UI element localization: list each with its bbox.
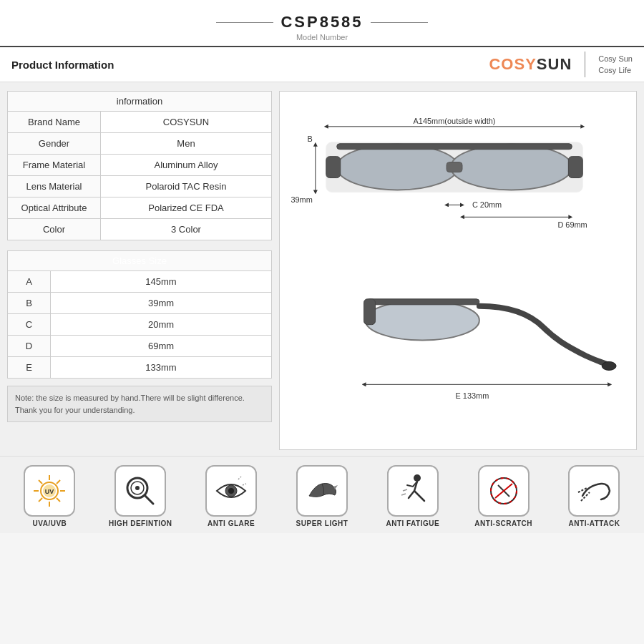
row-value: Men	[101, 133, 272, 155]
row-value: 39mm	[51, 293, 272, 314]
svg-rect-4	[326, 157, 341, 178]
svg-text:A145mm(outside width): A145mm(outside width)	[414, 117, 496, 125]
svg-rect-6	[337, 144, 572, 150]
row-value: 145mm	[51, 271, 272, 293]
row-value: Polarized CE FDA	[101, 197, 272, 219]
row-value: 133mm	[51, 357, 272, 379]
search-magnify-icon	[120, 471, 160, 511]
note-line2: Thank you for your understanding.	[15, 404, 264, 416]
row-label: Gender	[8, 133, 101, 155]
svg-point-2	[451, 145, 572, 190]
feature-anti-scratch: ANTI-SCRATCH	[464, 465, 543, 527]
cosysun-logo: COSYSUN	[489, 55, 572, 74]
svg-text:39mm: 39mm	[291, 195, 312, 204]
svg-point-1	[337, 145, 458, 190]
info-table: information Brand Name COSYSUN Gender Me…	[7, 91, 272, 240]
feature-label-antifatigue: ANTI FATIGUE	[386, 519, 439, 527]
table-row: Lens Material Polaroid TAC Resin	[8, 176, 272, 197]
svg-text:B: B	[308, 135, 313, 143]
size-table: Glasses Size A 145mm B 39mm C 20mm D 69m…	[7, 250, 272, 379]
svg-line-30	[57, 480, 60, 484]
feature-label-highdef: HIGH DEFINTION	[109, 519, 172, 527]
svg-text:UV: UV	[45, 488, 54, 495]
brand-divider	[585, 52, 585, 77]
left-column: information Brand Name COSYSUN Gender Me…	[7, 91, 272, 450]
size-table-header: Glasses Size	[8, 251, 272, 271]
table-row: Gender Men	[8, 133, 272, 155]
feature-uva-uvb: UV UVA/UVB	[10, 465, 89, 527]
attack-resist-icon	[574, 471, 614, 511]
feature-super-light: SUPER LIGHT	[283, 465, 361, 527]
table-row: Frame Material Aluminum Alloy	[8, 155, 272, 176]
row-value: COSYSUN	[101, 112, 272, 133]
table-row: A 145mm	[8, 271, 272, 293]
anti-attack-icon-box	[568, 465, 620, 517]
anti-fatigue-icon-box	[387, 465, 439, 517]
features-row: UV UVA/UVB HIGH DEFINTION	[0, 456, 644, 533]
bird-light-icon	[302, 471, 342, 511]
anti-scratch-icon-box	[478, 465, 530, 517]
feature-label-antiglare: ANTI GLARE	[208, 519, 255, 527]
svg-point-16	[366, 301, 479, 341]
feature-label-antiscratch: ANTI-SCRATCH	[474, 519, 532, 527]
row-value: Aluminum Alloy	[101, 155, 272, 176]
scratch-resist-icon	[484, 471, 524, 511]
super-light-icon-box	[296, 465, 348, 517]
svg-text:C 20mm: C 20mm	[472, 200, 502, 209]
svg-line-39	[238, 477, 241, 479]
table-row: Brand Name COSYSUN	[8, 112, 272, 133]
svg-text:E 133mm: E 133mm	[456, 391, 489, 400]
uva-uvb-icon-box: UV	[24, 465, 75, 517]
row-value: Polaroid TAC Resin	[101, 176, 272, 197]
brand-logo-area: COSYSUN Cosy Sun Cosy Life	[489, 52, 633, 77]
row-label: Lens Material	[8, 176, 101, 197]
row-value: 20mm	[51, 314, 272, 336]
main-content: information Brand Name COSYSUN Gender Me…	[0, 82, 644, 456]
svg-line-28	[39, 480, 42, 484]
table-row: D 69mm	[8, 336, 272, 357]
brand-bar: Product Information COSYSUN Cosy Sun Cos…	[0, 46, 644, 82]
svg-line-43	[401, 494, 406, 495]
anti-glare-icon-box	[205, 465, 257, 517]
svg-line-40	[243, 484, 246, 485]
uv-icon: UV	[29, 471, 69, 511]
feature-anti-attack: ANTI-ATTACK	[555, 465, 633, 527]
row-label: Brand Name	[8, 112, 101, 133]
table-row: B 39mm	[8, 293, 272, 314]
svg-rect-17	[367, 299, 479, 305]
table-row: C 20mm	[8, 314, 272, 336]
header-section: CSP8585 Model Number	[0, 0, 644, 46]
product-info-title: Product Information	[11, 59, 114, 71]
feature-label-superlight: SUPER LIGHT	[296, 519, 348, 527]
diagram-area: A145mm(outside width) B 39mm C 20mm D 69…	[279, 91, 637, 450]
table-row: Optical Attribute Polarized CE FDA	[8, 197, 272, 219]
row-label: A	[8, 271, 51, 293]
svg-line-42	[403, 489, 407, 491]
row-label: Color	[8, 219, 101, 240]
feature-high-def: HIGH DEFINTION	[101, 465, 180, 527]
row-value: 69mm	[51, 336, 272, 357]
note-box: Note: the size is measured by hand.There…	[7, 386, 272, 422]
row-value: 3 Color	[101, 219, 272, 240]
brand-tagline: Cosy Sun Cosy Life	[598, 53, 633, 77]
table-row: E 133mm	[8, 357, 272, 379]
svg-line-35	[145, 495, 153, 504]
row-label: Frame Material	[8, 155, 101, 176]
feature-anti-fatigue: ANTI FATIGUE	[374, 465, 452, 527]
feature-anti-glare: ANTI GLARE	[192, 465, 270, 527]
row-label: C	[8, 314, 51, 336]
svg-point-19	[602, 361, 616, 370]
svg-line-31	[39, 498, 42, 502]
high-def-icon-box	[114, 465, 166, 517]
info-table-header: information	[8, 92, 272, 112]
svg-rect-3	[447, 162, 462, 172]
feature-label-uva: UVA/UVB	[33, 519, 67, 527]
model-number: CSP8585	[0, 13, 644, 31]
svg-line-29	[57, 498, 60, 502]
svg-text:D 69mm: D 69mm	[557, 220, 587, 229]
row-label: D	[8, 336, 51, 357]
row-label: Optical Attribute	[8, 197, 101, 219]
eye-glare-icon	[211, 471, 251, 511]
svg-point-41	[414, 474, 421, 482]
row-label: E	[8, 357, 51, 379]
